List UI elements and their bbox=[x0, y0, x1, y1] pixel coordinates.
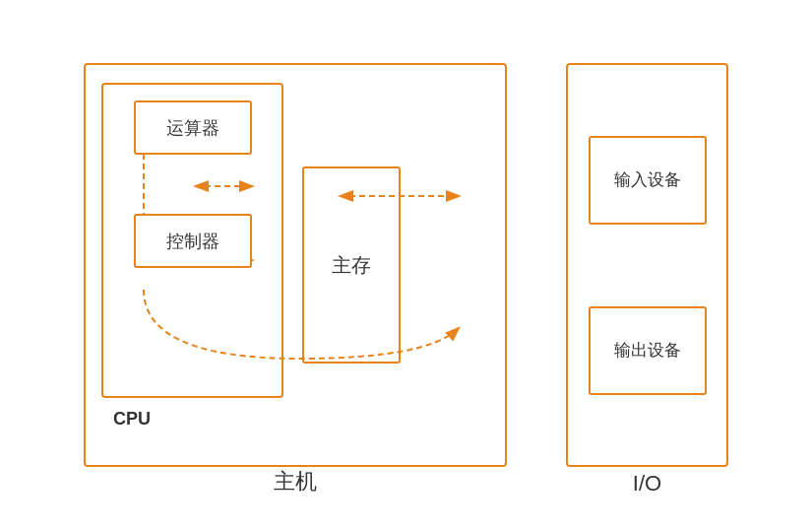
alu-box: 运算器 bbox=[134, 100, 252, 155]
alu-label: 运算器 bbox=[166, 116, 219, 140]
io-label: I/O bbox=[633, 471, 661, 497]
diagram-container: 运算器 控制器 CPU 主存 主机 输入设备 输出设备 I/O bbox=[32, 24, 781, 506]
memory-label: 主存 bbox=[332, 252, 371, 279]
io-box: 输入设备 输出设备 I/O bbox=[566, 63, 728, 467]
output-device-box: 输出设备 bbox=[589, 306, 707, 395]
output-device-label: 输出设备 bbox=[614, 339, 681, 362]
cpu-box: 运算器 控制器 CPU bbox=[101, 83, 283, 398]
cpu-label: CPU bbox=[113, 409, 151, 430]
controller-label: 控制器 bbox=[166, 230, 219, 253]
host-box: 运算器 控制器 CPU 主存 主机 bbox=[84, 63, 507, 467]
controller-box: 控制器 bbox=[134, 214, 252, 268]
input-device-label: 输入设备 bbox=[614, 168, 681, 191]
memory-box: 主存 bbox=[302, 166, 401, 364]
input-device-box: 输入设备 bbox=[589, 136, 707, 225]
host-label: 主机 bbox=[274, 467, 317, 497]
